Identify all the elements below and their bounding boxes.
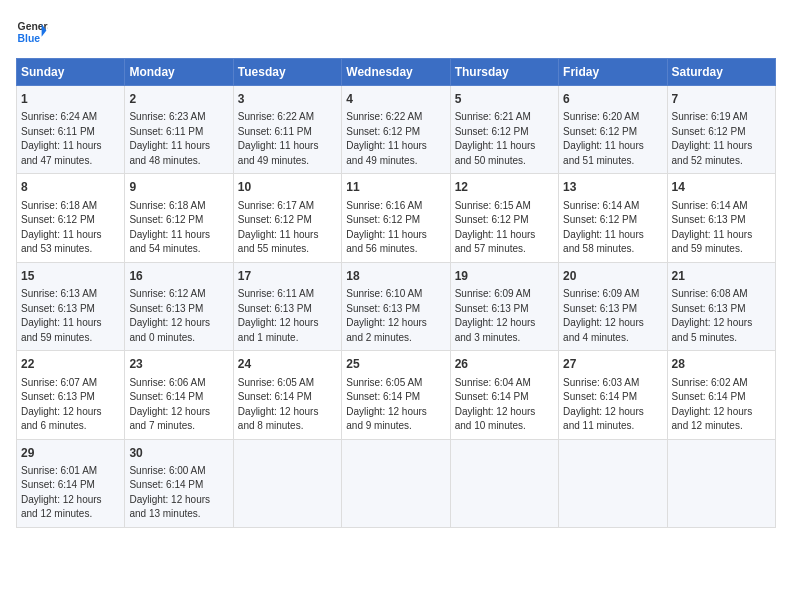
day-info: Daylight: 12 hours bbox=[129, 493, 228, 508]
day-info: Sunset: 6:13 PM bbox=[455, 302, 554, 317]
day-info: Sunrise: 6:13 AM bbox=[21, 287, 120, 302]
day-info: Sunrise: 6:03 AM bbox=[563, 376, 662, 391]
day-number: 24 bbox=[238, 356, 337, 373]
day-number: 26 bbox=[455, 356, 554, 373]
day-info: Sunset: 6:12 PM bbox=[346, 213, 445, 228]
day-info: Daylight: 12 hours bbox=[129, 316, 228, 331]
day-info: Sunset: 6:11 PM bbox=[238, 125, 337, 140]
day-number: 11 bbox=[346, 179, 445, 196]
calendar-cell: 14Sunrise: 6:14 AMSunset: 6:13 PMDayligh… bbox=[667, 174, 775, 262]
day-info: Sunrise: 6:08 AM bbox=[672, 287, 771, 302]
day-info: Sunrise: 6:18 AM bbox=[21, 199, 120, 214]
day-info: and 53 minutes. bbox=[21, 242, 120, 257]
calendar-cell: 27Sunrise: 6:03 AMSunset: 6:14 PMDayligh… bbox=[559, 351, 667, 439]
day-info: and 10 minutes. bbox=[455, 419, 554, 434]
day-info: Daylight: 11 hours bbox=[21, 139, 120, 154]
calendar-cell: 9Sunrise: 6:18 AMSunset: 6:12 PMDaylight… bbox=[125, 174, 233, 262]
day-number: 8 bbox=[21, 179, 120, 196]
weekday-header: Sunday bbox=[17, 59, 125, 86]
calendar-cell: 22Sunrise: 6:07 AMSunset: 6:13 PMDayligh… bbox=[17, 351, 125, 439]
weekday-header: Monday bbox=[125, 59, 233, 86]
day-info: and 58 minutes. bbox=[563, 242, 662, 257]
day-number: 9 bbox=[129, 179, 228, 196]
day-info: and 12 minutes. bbox=[21, 507, 120, 522]
day-info: Sunset: 6:13 PM bbox=[346, 302, 445, 317]
day-number: 10 bbox=[238, 179, 337, 196]
day-info: Sunrise: 6:21 AM bbox=[455, 110, 554, 125]
day-info: Sunset: 6:11 PM bbox=[21, 125, 120, 140]
calendar-week-row: 15Sunrise: 6:13 AMSunset: 6:13 PMDayligh… bbox=[17, 262, 776, 350]
calendar-cell: 7Sunrise: 6:19 AMSunset: 6:12 PMDaylight… bbox=[667, 86, 775, 174]
day-info: Daylight: 11 hours bbox=[346, 139, 445, 154]
day-info: Daylight: 11 hours bbox=[238, 139, 337, 154]
calendar-cell: 25Sunrise: 6:05 AMSunset: 6:14 PMDayligh… bbox=[342, 351, 450, 439]
day-info: and 8 minutes. bbox=[238, 419, 337, 434]
day-info: Sunset: 6:12 PM bbox=[455, 213, 554, 228]
day-info: and 3 minutes. bbox=[455, 331, 554, 346]
day-info: and 59 minutes. bbox=[672, 242, 771, 257]
calendar-cell: 1Sunrise: 6:24 AMSunset: 6:11 PMDaylight… bbox=[17, 86, 125, 174]
day-info: Daylight: 12 hours bbox=[563, 405, 662, 420]
day-info: Sunset: 6:12 PM bbox=[238, 213, 337, 228]
day-info: Sunrise: 6:15 AM bbox=[455, 199, 554, 214]
day-info: Sunrise: 6:01 AM bbox=[21, 464, 120, 479]
calendar-cell bbox=[559, 439, 667, 527]
day-info: Sunset: 6:12 PM bbox=[563, 213, 662, 228]
day-info: Sunrise: 6:12 AM bbox=[129, 287, 228, 302]
day-number: 6 bbox=[563, 91, 662, 108]
day-info: Sunrise: 6:14 AM bbox=[672, 199, 771, 214]
day-info: Sunrise: 6:02 AM bbox=[672, 376, 771, 391]
day-info: Sunset: 6:14 PM bbox=[563, 390, 662, 405]
day-info: Sunset: 6:14 PM bbox=[21, 478, 120, 493]
day-info: Daylight: 11 hours bbox=[238, 228, 337, 243]
day-info: Sunset: 6:13 PM bbox=[21, 390, 120, 405]
day-info: and 50 minutes. bbox=[455, 154, 554, 169]
day-info: Sunset: 6:12 PM bbox=[672, 125, 771, 140]
weekday-header: Wednesday bbox=[342, 59, 450, 86]
day-info: Daylight: 12 hours bbox=[346, 405, 445, 420]
day-number: 19 bbox=[455, 268, 554, 285]
day-number: 27 bbox=[563, 356, 662, 373]
day-info: Sunset: 6:14 PM bbox=[346, 390, 445, 405]
day-info: and 13 minutes. bbox=[129, 507, 228, 522]
day-info: and 4 minutes. bbox=[563, 331, 662, 346]
day-info: and 49 minutes. bbox=[238, 154, 337, 169]
day-info: and 51 minutes. bbox=[563, 154, 662, 169]
calendar-cell: 11Sunrise: 6:16 AMSunset: 6:12 PMDayligh… bbox=[342, 174, 450, 262]
day-number: 2 bbox=[129, 91, 228, 108]
day-info: Daylight: 11 hours bbox=[563, 139, 662, 154]
day-number: 1 bbox=[21, 91, 120, 108]
calendar-week-row: 29Sunrise: 6:01 AMSunset: 6:14 PMDayligh… bbox=[17, 439, 776, 527]
calendar-header: SundayMondayTuesdayWednesdayThursdayFrid… bbox=[17, 59, 776, 86]
day-info: Sunrise: 6:23 AM bbox=[129, 110, 228, 125]
day-info: and 48 minutes. bbox=[129, 154, 228, 169]
day-info: Daylight: 12 hours bbox=[238, 316, 337, 331]
weekday-header: Saturday bbox=[667, 59, 775, 86]
day-info: and 11 minutes. bbox=[563, 419, 662, 434]
weekday-header: Thursday bbox=[450, 59, 558, 86]
calendar-cell: 5Sunrise: 6:21 AMSunset: 6:12 PMDaylight… bbox=[450, 86, 558, 174]
calendar-cell: 29Sunrise: 6:01 AMSunset: 6:14 PMDayligh… bbox=[17, 439, 125, 527]
logo: General Blue bbox=[16, 16, 48, 48]
calendar-cell: 19Sunrise: 6:09 AMSunset: 6:13 PMDayligh… bbox=[450, 262, 558, 350]
day-info: and 0 minutes. bbox=[129, 331, 228, 346]
logo-icon: General Blue bbox=[16, 16, 48, 48]
day-info: Sunrise: 6:06 AM bbox=[129, 376, 228, 391]
day-info: Sunrise: 6:19 AM bbox=[672, 110, 771, 125]
day-info: Sunset: 6:13 PM bbox=[563, 302, 662, 317]
calendar-cell: 30Sunrise: 6:00 AMSunset: 6:14 PMDayligh… bbox=[125, 439, 233, 527]
day-info: and 2 minutes. bbox=[346, 331, 445, 346]
calendar-cell: 15Sunrise: 6:13 AMSunset: 6:13 PMDayligh… bbox=[17, 262, 125, 350]
day-number: 16 bbox=[129, 268, 228, 285]
day-info: Sunset: 6:14 PM bbox=[672, 390, 771, 405]
calendar-cell bbox=[342, 439, 450, 527]
calendar-cell: 24Sunrise: 6:05 AMSunset: 6:14 PMDayligh… bbox=[233, 351, 341, 439]
calendar-cell: 23Sunrise: 6:06 AMSunset: 6:14 PMDayligh… bbox=[125, 351, 233, 439]
day-info: Sunrise: 6:18 AM bbox=[129, 199, 228, 214]
day-info: Daylight: 11 hours bbox=[21, 316, 120, 331]
day-info: and 9 minutes. bbox=[346, 419, 445, 434]
day-number: 15 bbox=[21, 268, 120, 285]
day-number: 22 bbox=[21, 356, 120, 373]
day-info: and 57 minutes. bbox=[455, 242, 554, 257]
calendar-week-row: 8Sunrise: 6:18 AMSunset: 6:12 PMDaylight… bbox=[17, 174, 776, 262]
